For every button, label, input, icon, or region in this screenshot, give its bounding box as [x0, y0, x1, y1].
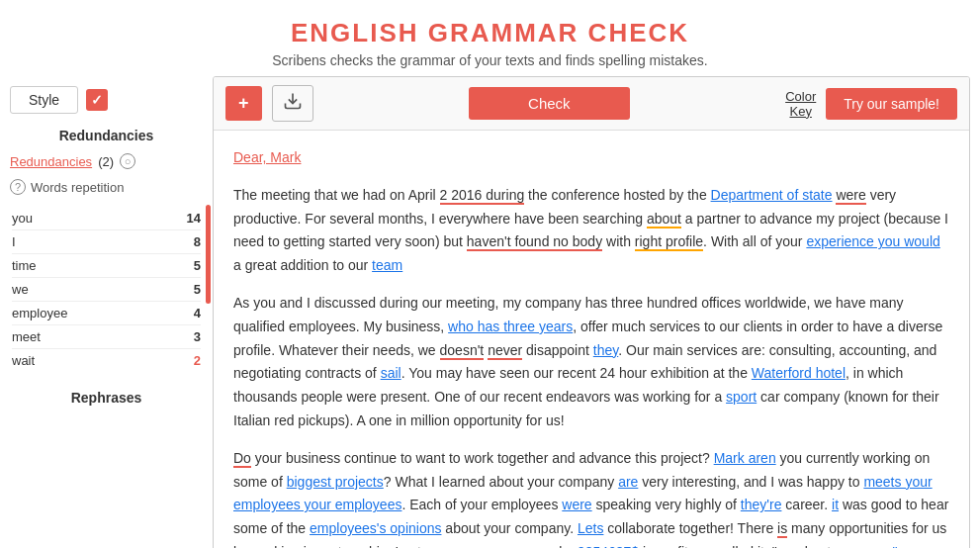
redundancies-link[interactable]: Redundancies — [10, 154, 92, 169]
scrollbar-indicator[interactable] — [206, 205, 211, 304]
paragraph-3: Do your business continue to want to wor… — [233, 447, 949, 548]
main-container: Style Redundancies Redundancies (2) ○ ? … — [0, 76, 980, 548]
count-wait: 2 — [194, 353, 201, 368]
link-biggest-projects[interactable]: biggest projects — [287, 474, 384, 490]
link-sport[interactable]: sport — [726, 389, 757, 405]
color-key-label2: Key — [790, 104, 812, 119]
download-button[interactable] — [272, 85, 313, 122]
paragraph-2: As you and I discussed during our meetin… — [233, 292, 949, 433]
greeting-line: Dear, Mark — [233, 146, 949, 170]
redundancies-row: Redundancies (2) ○ — [10, 153, 203, 169]
page-header: ENGLISH GRAMMAR CHECK Scribens checks th… — [0, 0, 980, 76]
count-we: 5 — [194, 282, 201, 297]
word-item-you[interactable]: you 14 — [12, 207, 201, 230]
error-never[interactable]: never — [488, 342, 522, 360]
word-item-wait[interactable]: wait 2 — [12, 349, 201, 372]
link-sail[interactable]: sail — [381, 365, 401, 381]
error-is[interactable]: is — [777, 520, 787, 538]
error-havent[interactable]: haven't found no body — [467, 233, 602, 251]
word-item-i[interactable]: I 8 — [12, 230, 201, 254]
title-accent: GRAMMAR CHECK — [428, 18, 689, 47]
style-toggle: Style — [10, 86, 203, 114]
link-were[interactable]: were — [562, 497, 591, 512]
count-meet: 3 — [194, 329, 201, 344]
greeting-text[interactable]: Dear, Mark — [233, 149, 301, 165]
color-key-button[interactable]: Color Key — [785, 89, 816, 119]
word-i: I — [12, 234, 16, 249]
link-employees-opinions[interactable]: employees's opinions — [310, 520, 441, 536]
link-it[interactable]: it — [832, 497, 839, 512]
redundancies-info-icon[interactable]: ○ — [120, 153, 135, 169]
count-employee: 4 — [194, 306, 201, 320]
count-i: 8 — [194, 234, 201, 249]
page-title: ENGLISH GRAMMAR CHECK — [0, 18, 980, 48]
title-plain: ENGLISH — [291, 18, 428, 47]
color-key-label: Color — [785, 89, 816, 104]
words-repetition-label: Words repetition — [31, 180, 124, 195]
word-time: time — [12, 258, 37, 273]
error-do[interactable]: Do — [233, 450, 251, 468]
word-wait: wait — [12, 353, 35, 368]
toolbar: + Check Color Key Try our sample! — [214, 77, 969, 131]
word-employee: employee — [12, 306, 67, 320]
link-they[interactable]: they — [593, 342, 618, 358]
download-icon — [283, 91, 303, 111]
link-dept-state[interactable]: Department of state — [711, 187, 833, 203]
sidebar: Style Redundancies Redundancies (2) ○ ? … — [10, 76, 213, 548]
link-are[interactable]: are — [618, 474, 638, 490]
count-you: 14 — [187, 211, 201, 226]
sample-button[interactable]: Try our sample! — [826, 88, 957, 120]
style-label: Style — [10, 86, 78, 114]
rephrases-section-title: Rephrases — [10, 390, 203, 406]
word-meet: meet — [12, 329, 41, 344]
word-you: you — [12, 211, 33, 226]
words-repetition-icon[interactable]: ? — [10, 179, 26, 195]
link-mark-aren[interactable]: Mark aren — [714, 450, 776, 466]
error-doesnt[interactable]: doesn't — [440, 342, 485, 360]
content-area: + Check Color Key Try our sample! Dear, … — [213, 76, 970, 548]
count-time: 5 — [194, 258, 201, 273]
link-team[interactable]: team — [372, 257, 402, 273]
word-item-time[interactable]: time 5 — [12, 254, 201, 278]
style-checkbox[interactable] — [86, 89, 108, 111]
link-amount[interactable]: 2354687$ — [578, 544, 639, 548]
word-we: we — [12, 282, 29, 297]
redundancies-section-title: Redundancies — [10, 128, 203, 143]
words-repetition-row[interactable]: ? Words repetition — [10, 179, 203, 195]
link-three-years[interactable]: who has three years — [448, 319, 573, 334]
link-waterford[interactable]: Waterford hotel — [752, 365, 846, 381]
error-right-profile[interactable]: right profile — [635, 233, 703, 251]
word-item-we[interactable]: we 5 — [12, 278, 201, 302]
word-item-employee[interactable]: employee 4 — [12, 302, 201, 325]
error-date[interactable]: 2 2016 during — [440, 187, 525, 205]
link-ever[interactable]: ever" — [865, 544, 897, 548]
error-about[interactable]: about — [647, 211, 681, 228]
link-theyre[interactable]: they're — [741, 497, 782, 512]
paragraph-1: The meeting that we had on April 2 2016 … — [233, 184, 949, 278]
link-our[interactable]: our — [781, 544, 801, 548]
check-button[interactable]: Check — [469, 87, 630, 120]
word-list: you 14 I 8 time 5 we 5 employee 4 — [10, 205, 203, 374]
text-content[interactable]: Dear, Mark The meeting that we had on Ap… — [214, 131, 969, 548]
word-list-container: you 14 I 8 time 5 we 5 employee 4 — [10, 205, 203, 374]
redundancies-heading: Redundancies — [59, 128, 154, 143]
link-experience[interactable]: experience you would — [806, 233, 939, 249]
word-item-meet[interactable]: meet 3 — [12, 325, 201, 349]
add-button[interactable]: + — [225, 86, 262, 121]
error-were[interactable]: were — [836, 187, 865, 205]
subtitle: Scribens checks the grammar of your text… — [0, 52, 980, 68]
link-lets[interactable]: Lets — [578, 520, 603, 536]
redundancies-count: (2) — [98, 154, 114, 169]
